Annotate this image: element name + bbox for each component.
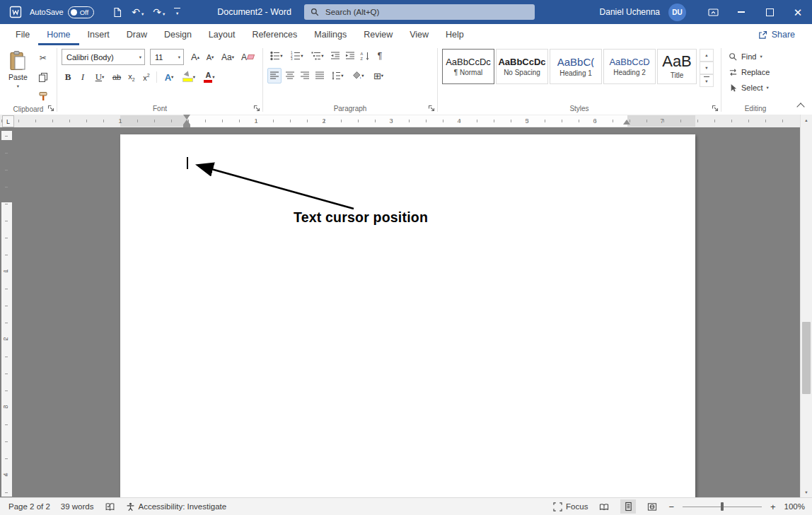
- tab-review[interactable]: Review: [355, 25, 401, 45]
- accessibility-checker[interactable]: Accessibility: Investigate: [126, 502, 227, 511]
- shrink-font-button[interactable]: A: [204, 50, 216, 64]
- borders-button[interactable]: ⊞: [369, 69, 388, 83]
- decrease-indent-button[interactable]: [329, 49, 342, 63]
- proofing-status-button[interactable]: [105, 502, 115, 511]
- font-family-select[interactable]: Calibri (Body): [62, 49, 145, 65]
- zoom-slider[interactable]: [683, 502, 762, 511]
- superscript-button[interactable]: x2: [140, 70, 153, 84]
- styles-scroll-up-button[interactable]: [700, 49, 714, 62]
- scroll-down-button[interactable]: [801, 487, 812, 498]
- scrollbar-thumb[interactable]: [802, 322, 811, 394]
- style-no-spacing[interactable]: AaBbCcDc No Spacing: [496, 49, 548, 84]
- styles-dialog-launcher[interactable]: [712, 105, 719, 112]
- italic-button[interactable]: I: [76, 70, 89, 84]
- font-size-select[interactable]: 11: [150, 49, 184, 65]
- zoom-slider-thumb[interactable]: [721, 502, 724, 511]
- customize-quick-access-button[interactable]: [174, 8, 180, 17]
- tab-references[interactable]: References: [243, 25, 306, 45]
- style-heading-1[interactable]: AaBbC( Heading 1: [550, 49, 602, 84]
- tab-stop-selector[interactable]: L: [2, 115, 14, 127]
- undo-button[interactable]: ↶: [132, 7, 144, 17]
- undo-dropdown-caret-icon[interactable]: [141, 11, 144, 17]
- tab-layout[interactable]: Layout: [200, 25, 244, 45]
- sort-button[interactable]: AZ: [359, 49, 371, 63]
- first-line-indent-marker[interactable]: [183, 115, 190, 120]
- web-layout-button[interactable]: [644, 499, 660, 514]
- select-button[interactable]: Select: [729, 80, 785, 96]
- scroll-up-button[interactable]: [801, 115, 812, 126]
- bullets-button[interactable]: [267, 49, 286, 63]
- tab-view[interactable]: View: [401, 25, 437, 45]
- paste-button[interactable]: Paste: [4, 49, 32, 103]
- print-layout-button[interactable]: [620, 499, 636, 514]
- tab-help[interactable]: Help: [437, 25, 472, 45]
- paragraph-dialog-launcher[interactable]: [428, 105, 435, 112]
- show-hide-pilcrow-button[interactable]: ¶: [373, 49, 386, 63]
- clipboard-dialog-launcher[interactable]: [47, 105, 54, 112]
- tab-home[interactable]: Home: [38, 25, 79, 45]
- tab-file[interactable]: File: [7, 25, 38, 45]
- align-left-button[interactable]: [267, 68, 282, 83]
- avatar[interactable]: DU: [668, 4, 686, 21]
- account-name[interactable]: Daniel Uchenna: [600, 7, 660, 17]
- format-painter-button[interactable]: [37, 89, 50, 103]
- clear-formatting-button[interactable]: A: [239, 50, 256, 64]
- styles-scroll-down-button[interactable]: [700, 62, 714, 74]
- line-spacing-button[interactable]: [328, 69, 347, 83]
- underline-button[interactable]: U: [91, 70, 108, 84]
- tab-insert[interactable]: Insert: [79, 25, 118, 45]
- tab-mailings[interactable]: Mailings: [306, 25, 355, 45]
- redo-dropdown-caret-icon[interactable]: [163, 11, 165, 17]
- save-document-button[interactable]: [112, 7, 122, 18]
- cut-button[interactable]: ✂: [37, 51, 50, 65]
- bold-button[interactable]: B: [62, 70, 74, 84]
- focus-button[interactable]: Focus: [553, 502, 588, 511]
- search-input[interactable]: [324, 7, 504, 17]
- page-indicator[interactable]: Page 2 of 2: [8, 502, 50, 511]
- replace-button[interactable]: Replace: [729, 64, 785, 80]
- share-button[interactable]: Share: [758, 24, 795, 45]
- align-center-button[interactable]: [284, 69, 296, 83]
- font-color-button[interactable]: A: [200, 70, 219, 84]
- autosave-toggle[interactable]: AutoSave Off: [30, 6, 94, 18]
- numbering-button[interactable]: 123: [288, 49, 306, 63]
- tab-design[interactable]: Design: [156, 25, 200, 45]
- change-case-button[interactable]: Aa: [219, 50, 237, 64]
- justify-button[interactable]: [313, 69, 326, 83]
- word-count[interactable]: 39 words: [61, 502, 94, 511]
- vertical-scrollbar[interactable]: [800, 115, 812, 498]
- strikethrough-button[interactable]: ab: [110, 70, 123, 84]
- hanging-indent-marker[interactable]: [183, 120, 190, 125]
- minimize-button[interactable]: [727, 0, 755, 24]
- document-page[interactable]: [120, 134, 695, 498]
- shading-button[interactable]: [349, 69, 367, 83]
- tab-draw[interactable]: Draw: [118, 25, 156, 45]
- text-effects-button[interactable]: A: [161, 70, 178, 84]
- find-button[interactable]: Find: [729, 49, 785, 64]
- zoom-in-button[interactable]: +: [770, 502, 776, 512]
- right-indent-marker[interactable]: [623, 120, 630, 125]
- style-normal[interactable]: AaBbCcDc ¶ Normal: [442, 49, 494, 84]
- styles-gallery-expand-button[interactable]: [700, 74, 714, 87]
- align-right-button[interactable]: [298, 69, 311, 83]
- style-title[interactable]: AaB Title: [657, 49, 697, 84]
- grow-font-button[interactable]: A: [189, 50, 202, 64]
- search-box[interactable]: [304, 4, 535, 20]
- read-mode-button[interactable]: [596, 499, 612, 514]
- font-dialog-launcher[interactable]: [253, 105, 260, 112]
- collapse-ribbon-button[interactable]: [796, 103, 804, 110]
- text-highlight-button[interactable]: [180, 70, 198, 84]
- paste-dropdown-caret-icon[interactable]: [17, 83, 19, 89]
- multilevel-list-button[interactable]: [308, 49, 327, 63]
- redo-button[interactable]: ↷: [153, 7, 165, 17]
- zoom-out-button[interactable]: −: [668, 502, 674, 512]
- zoom-level[interactable]: 100%: [784, 502, 805, 511]
- maximize-button[interactable]: [755, 0, 784, 24]
- close-button[interactable]: ✕: [784, 0, 812, 24]
- ribbon-display-options-button[interactable]: [699, 0, 727, 24]
- word-logo-icon[interactable]: [8, 5, 23, 19]
- subscript-button[interactable]: x2: [125, 70, 138, 84]
- style-heading-2[interactable]: AaBbCcD Heading 2: [603, 49, 656, 84]
- increase-indent-button[interactable]: [344, 49, 356, 63]
- copy-button[interactable]: [37, 70, 50, 84]
